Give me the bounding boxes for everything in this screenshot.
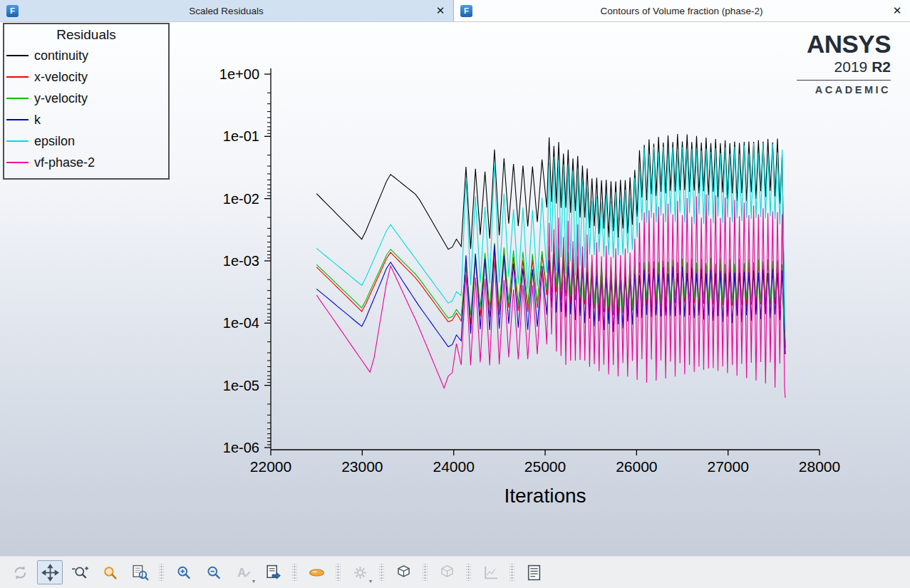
pan-icon (41, 564, 59, 582)
magnifier-plus-minus-icon (71, 564, 89, 582)
annotate-button[interactable]: A▾ (230, 560, 256, 584)
ansys-logo: ANSYS 2019 R2 ACADEMIC (797, 31, 891, 96)
annotate-a-icon: A (234, 564, 252, 582)
legend-item-vf-phase-2: vf-phase-2 (4, 152, 168, 173)
tab-title-scaled-residuals: Scaled Residuals (23, 6, 430, 16)
magnifier-minus-blue-icon (205, 564, 222, 582)
legend-label: vf-phase-2 (34, 155, 95, 170)
tab-contours-volume-fraction[interactable]: F Contours of Volume fraction (phase-2) … (454, 0, 910, 21)
rotate-icon (11, 564, 29, 582)
x-tick-label: 27000 (707, 458, 748, 475)
x-tick-label: 24000 (433, 458, 474, 475)
graphics-toolbar: A▾▾ (0, 556, 910, 588)
continuity-line-swatch (6, 55, 29, 56)
zoom-preview-button[interactable] (127, 560, 152, 584)
vf-phase-2-line-swatch (6, 162, 29, 163)
dropdown-arrow-icon: ▾ (369, 578, 372, 584)
legend-box: Residuals continuity x-velocity y-veloci… (3, 23, 170, 180)
x-tick-label: 22000 (250, 458, 291, 475)
k-line-swatch (6, 119, 29, 120)
legend-item-epsilon: epsilon (4, 130, 168, 152)
y-tick-label: 1e-02 (223, 191, 259, 207)
rotate-view-button[interactable] (7, 560, 33, 584)
toolbar-separator (466, 564, 471, 581)
fluent-icon: F (6, 5, 19, 17)
pan-button[interactable] (37, 560, 63, 584)
export-page-icon (264, 564, 282, 582)
x-tick-label: 28000 (799, 458, 840, 475)
probe-gear-icon (351, 564, 369, 582)
fluent-graphics-window: F Scaled Residuals ✕ F Contours of Volum… (0, 0, 910, 588)
y-tick-label: 1e-06 (223, 440, 259, 455)
y-tick-label: 1e+00 (219, 66, 259, 82)
ansys-wordmark: ANSYS (797, 31, 891, 56)
x-tick-label: 23000 (341, 458, 383, 475)
y-tick-label: 1e-03 (223, 253, 259, 269)
x-axis-title: Iterations (504, 485, 586, 507)
logo-divider (797, 80, 891, 81)
y-tick-label: 1e-05 (223, 378, 259, 393)
magnifier-plus-blue-icon (175, 564, 192, 582)
graphics-tab-bar: F Scaled Residuals ✕ F Contours of Volum… (0, 0, 910, 22)
legend-item-y-velocity: y-velocity (4, 88, 168, 109)
ansys-edition: ACADEMIC (797, 84, 891, 96)
toolbar-separator (379, 564, 384, 581)
zoom-out-button[interactable] (200, 560, 226, 584)
y-tick-label: 1e-01 (223, 128, 259, 144)
svg-text:A: A (237, 566, 246, 579)
y-velocity-line-swatch (6, 98, 29, 99)
graphics-area: 1e+001e-011e-021e-031e-041e-051e-0622000… (0, 22, 910, 556)
zoom-in-button[interactable] (170, 560, 196, 584)
x-tick-label: 26000 (616, 458, 657, 475)
toolbar-separator (292, 564, 297, 581)
legend-title: Residuals (4, 26, 168, 45)
report-page-icon (525, 564, 543, 582)
tab-title-contours: Contours of Volume fraction (phase-2) (477, 6, 886, 16)
cube-icon (395, 564, 413, 582)
cube-gray-icon (438, 564, 456, 582)
version-year: 2019 (834, 58, 868, 75)
magnifier-page-icon (131, 564, 149, 582)
legend-item-k: k (4, 109, 168, 130)
close-icon[interactable]: ✕ (434, 4, 447, 17)
close-icon[interactable]: ✕ (891, 4, 904, 17)
report-notes-button[interactable] (521, 560, 547, 584)
view-cube-button[interactable] (391, 560, 416, 584)
epsilon-line-swatch (6, 140, 29, 142)
legend-item-continuity: continuity (4, 45, 168, 66)
axes-plot-icon (482, 564, 500, 582)
dropdown-arrow-icon: ▾ (252, 578, 255, 584)
ansys-version: 2019 R2 (797, 58, 891, 76)
magnifier-orange-icon (101, 564, 119, 582)
probe-tools-button[interactable]: ▾ (347, 560, 373, 584)
legend-item-x-velocity: x-velocity (4, 66, 168, 88)
zoom-box-button[interactable] (97, 560, 123, 584)
legend-label: y-velocity (34, 91, 88, 106)
legend-label: x-velocity (34, 70, 88, 85)
save-picture-button[interactable] (260, 560, 286, 584)
perspective-view-button[interactable] (434, 560, 460, 584)
orange-pill-icon (308, 564, 326, 582)
x-tick-label: 25000 (524, 458, 566, 475)
toolbar-separator (423, 564, 428, 581)
headlight-button[interactable] (304, 560, 329, 584)
tab-scaled-residuals[interactable]: F Scaled Residuals ✕ (0, 0, 454, 21)
y-tick-label: 1e-04 (223, 315, 259, 331)
plot-tools-button[interactable] (477, 560, 503, 584)
legend-label: continuity (34, 48, 88, 63)
toolbar-separator (510, 564, 515, 581)
x-velocity-line-swatch (6, 76, 29, 78)
toolbar-separator (159, 564, 164, 581)
fluent-icon: F (460, 5, 472, 17)
zoom-in-out-button[interactable] (67, 560, 93, 584)
legend-label: epsilon (34, 134, 75, 149)
legend-label: k (34, 113, 41, 128)
toolbar-separator (336, 564, 341, 581)
version-release: R2 (872, 58, 891, 75)
